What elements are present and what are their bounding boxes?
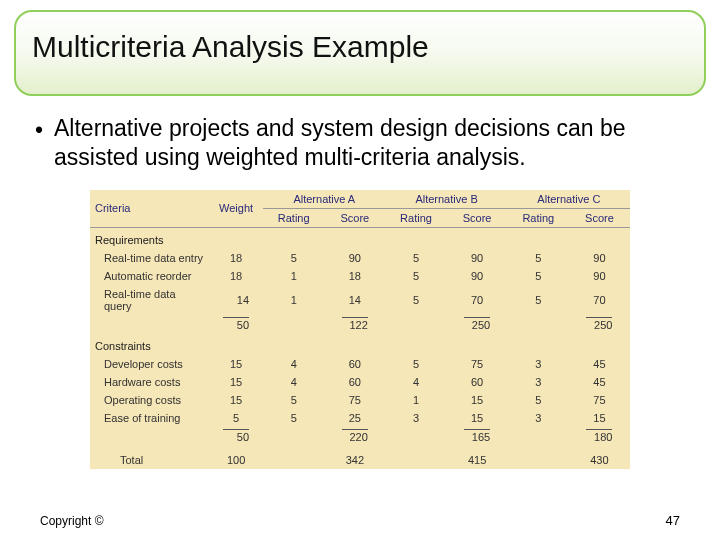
col-a-rating: Rating (263, 208, 324, 227)
col-alt-c: Alternative C (508, 190, 630, 209)
footer-page-number: 47 (666, 513, 680, 528)
subtotal-requirements: 50 122 250 250 (90, 315, 630, 334)
page-title: Multicriteria Analysis Example (32, 30, 688, 64)
col-b-score: Score (447, 208, 508, 227)
table-header-row-1: Criteria Weight Alternative A Alternativ… (90, 190, 630, 209)
total-row: Total 100 342 415 430 (90, 446, 630, 469)
section-requirements: Requirements (90, 227, 630, 249)
table-row: Ease of training 5 5 25 3 15 3 15 (90, 409, 630, 427)
col-c-score: Score (569, 208, 630, 227)
col-b-rating: Rating (385, 208, 446, 227)
table-row: Real-time data entry 18 5 90 5 90 5 90 (90, 249, 630, 267)
col-a-score: Score (324, 208, 385, 227)
table-row: Automatic reorder 18 1 18 5 90 5 90 (90, 267, 630, 285)
criteria-table: Criteria Weight Alternative A Alternativ… (90, 190, 630, 469)
col-c-rating: Rating (508, 208, 569, 227)
bullet-list: • Alternative projects and system design… (30, 114, 690, 172)
bullet-text: Alternative projects and system design d… (48, 114, 690, 172)
table-row: Real-time data query 14 1 14 5 70 5 70 (90, 285, 630, 315)
table-row: Operating costs 15 5 75 1 15 5 75 (90, 391, 630, 409)
col-criteria: Criteria (90, 190, 209, 228)
subtotal-constraints: 50 220 165 180 (90, 427, 630, 446)
col-alt-b: Alternative B (385, 190, 507, 209)
section-constraints: Constraints (90, 334, 630, 355)
bullet-dot-icon: • (30, 116, 48, 145)
bullet-item: • Alternative projects and system design… (30, 114, 690, 172)
col-weight: Weight (209, 190, 263, 228)
footer-copyright: Copyright © (40, 514, 104, 528)
table-row: Developer costs 15 4 60 5 75 3 45 (90, 355, 630, 373)
col-alt-a: Alternative A (263, 190, 385, 209)
table-row: Hardware costs 15 4 60 4 60 3 45 (90, 373, 630, 391)
title-panel: Multicriteria Analysis Example (14, 10, 706, 96)
